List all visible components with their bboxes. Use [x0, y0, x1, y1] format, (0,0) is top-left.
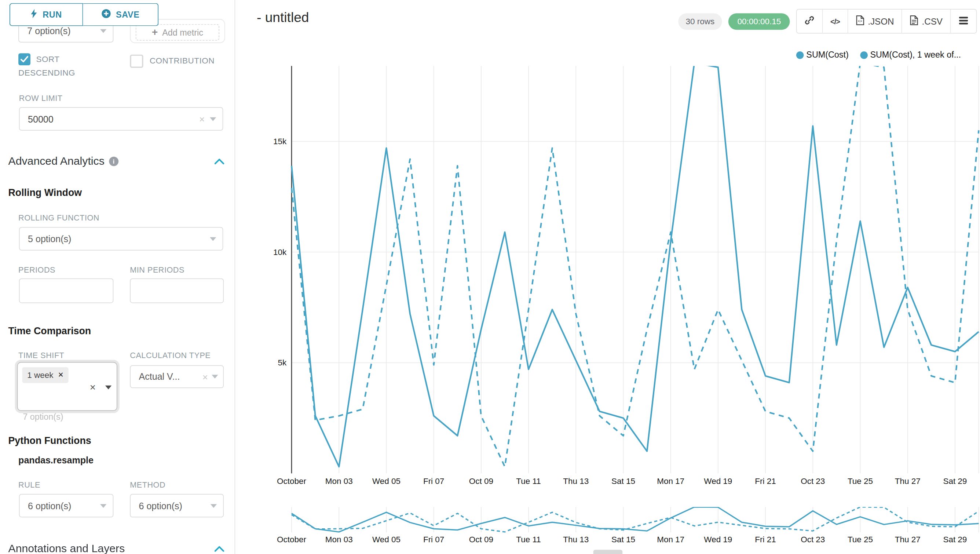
mini-x-axis-tick-label: Tue 25 [848, 535, 873, 544]
annotations-header[interactable]: Annotations and Layers [8, 542, 224, 554]
save-button-label: SAVE [116, 10, 140, 19]
chart-title[interactable]: - untitled [257, 10, 309, 26]
calculation-type-value: Actual V... [138, 372, 202, 382]
chevron-down-icon [210, 117, 216, 121]
python-functions-title: Python Functions [8, 435, 91, 446]
add-metric-button[interactable]: + Add metric [136, 24, 220, 41]
export-toolbar: </> <> .JSON .CSV [796, 9, 977, 33]
pandas-resample-label: pandas.resample [18, 455, 94, 466]
hamburger-menu-icon [958, 16, 969, 26]
row-count-badge: 30 rows [678, 13, 722, 29]
mini-x-axis-tick-label: October [277, 535, 306, 544]
row-limit-value: 50000 [28, 114, 199, 124]
min-periods-input[interactable] [130, 279, 224, 303]
rolling-window-title: Rolling Window [8, 187, 82, 199]
time-shift-label: TIME SHIFT [18, 351, 64, 360]
mini-x-axis-tick-label: Fri 07 [423, 535, 444, 544]
run-button[interactable]: RUN [10, 3, 83, 26]
x-axis-tick-label: Fri 07 [423, 477, 444, 486]
mini-x-axis-tick-label: Fri 21 [755, 535, 776, 544]
copy-link-button[interactable] [797, 10, 822, 33]
time-comparison-title: Time Comparison [8, 325, 91, 337]
legend-dot-icon [860, 51, 868, 59]
x-axis-tick-label: Wed 05 [372, 477, 401, 486]
x-axis-tick-label: October [277, 477, 306, 486]
chevron-up-icon[interactable] [214, 156, 224, 167]
advanced-analytics-header[interactable]: Advanced Analytics i [8, 155, 224, 168]
legend-item[interactable]: SUM(Cost) [796, 50, 849, 60]
chevron-up-icon[interactable] [214, 543, 224, 554]
save-button[interactable]: SAVE [83, 3, 158, 26]
x-axis-tick-label: Sat 29 [943, 477, 967, 486]
sort-descending-control[interactable]: SORT DESCENDING [18, 53, 107, 80]
time-shift-select[interactable]: 1 week ✕ × [17, 362, 118, 411]
checkbox-unchecked-icon[interactable] [130, 55, 143, 68]
rolling-function-select[interactable]: 5 option(s) [19, 227, 223, 251]
checkbox-checked-icon[interactable] [18, 53, 30, 65]
contribution-label: CONTRIBUTION [150, 55, 215, 68]
x-axis-tick-label: Wed 19 [704, 477, 732, 486]
panel-resize-handle[interactable] [593, 549, 623, 554]
x-axis-tick-label: Fri 21 [755, 477, 776, 486]
export-json-label: .JSON [868, 16, 894, 26]
periods-input[interactable] [19, 279, 114, 303]
legend-label: SUM(Cost) [806, 50, 848, 60]
export-csv-button[interactable]: .CSV [902, 10, 950, 33]
chart-canvas: 5k10k15kOctoberOctoberMon 03Mon 03Wed 05… [234, 0, 980, 554]
query-timer-badge: 00:00:00.15 [729, 13, 790, 29]
chevron-down-icon [105, 385, 111, 389]
periods-label: PERIODS [18, 266, 56, 274]
json-file-icon: <> [856, 15, 864, 27]
legend-item[interactable]: SUM(Cost), 1 week of... [860, 50, 961, 60]
row-limit-label: ROW LIMIT [19, 94, 63, 103]
clear-icon[interactable]: × [199, 113, 205, 124]
rule-label: RULE [18, 481, 40, 489]
row-limit-select[interactable]: 50000 × [19, 107, 223, 131]
series-select-value: 7 option(s) [27, 25, 100, 36]
x-axis-tick-label: Mon 03 [325, 477, 353, 486]
calculation-type-select[interactable]: Actual V... × [130, 365, 224, 388]
control-panel-sidebar: RUN SAVE 7 option(s) + Add metric SORT D… [0, 0, 235, 554]
svg-text:<>: <> [858, 19, 862, 23]
annotations-title: Annotations and Layers [8, 542, 125, 554]
tag-remove-icon[interactable]: ✕ [58, 371, 64, 379]
view-query-button[interactable]: </> [822, 10, 847, 33]
chevron-down-icon [210, 237, 216, 241]
mini-x-axis-tick-label: Oct 23 [801, 535, 825, 544]
x-axis-tick-label: Tue 25 [848, 477, 873, 486]
legend-label: SUM(Cost), 1 week of... [870, 50, 961, 60]
mini-chart-navigator[interactable] [291, 507, 978, 532]
clear-icon[interactable]: × [90, 382, 96, 393]
x-axis-tick-label: Tue 11 [516, 477, 541, 486]
clear-icon[interactable]: × [202, 371, 208, 382]
mini-x-axis-tick-label: Wed 05 [372, 535, 401, 544]
time-shift-tag-label: 1 week [27, 370, 53, 380]
method-select[interactable]: 6 option(s) [130, 494, 224, 517]
main-chart-plot-area[interactable] [291, 66, 978, 473]
advanced-analytics-title: Advanced Analytics [8, 155, 104, 168]
method-value: 6 option(s) [138, 500, 210, 511]
rule-select[interactable]: 6 option(s) [19, 494, 114, 517]
chart-legend: SUM(Cost) SUM(Cost), 1 week of... [796, 50, 961, 60]
mini-x-axis-tick-label: Sat 29 [943, 535, 967, 544]
export-json-button[interactable]: <> .JSON [848, 10, 902, 33]
mini-x-axis-tick-label: Sat 15 [611, 535, 635, 544]
mini-x-axis-tick-label: Oct 09 [469, 535, 493, 544]
mini-x-axis-tick-label: Thu 27 [895, 535, 921, 544]
contribution-control[interactable]: CONTRIBUTION [130, 55, 231, 68]
chart-menu-button[interactable] [950, 10, 976, 33]
plus-icon: + [152, 27, 158, 38]
y-axis-tick-label: 15k [273, 137, 287, 146]
csv-file-icon [910, 15, 919, 27]
calculation-type-label: CALCULATION TYPE [130, 351, 210, 360]
header-actions: 30 rows 00:00:00.15 </> [678, 9, 977, 33]
mini-x-axis-tick-label: Tue 11 [516, 535, 541, 544]
add-metric-label: Add metric [162, 27, 203, 37]
mini-x-axis-tick-label: Wed 19 [704, 535, 732, 544]
x-axis-tick-label: Oct 23 [801, 477, 825, 486]
chevron-down-icon [100, 504, 107, 508]
mini-x-axis-tick-label: Thu 13 [563, 535, 589, 544]
run-save-button-group: RUN SAVE [10, 3, 158, 26]
x-axis-tick-label: Mon 17 [657, 477, 684, 486]
chevron-down-icon [212, 374, 218, 378]
